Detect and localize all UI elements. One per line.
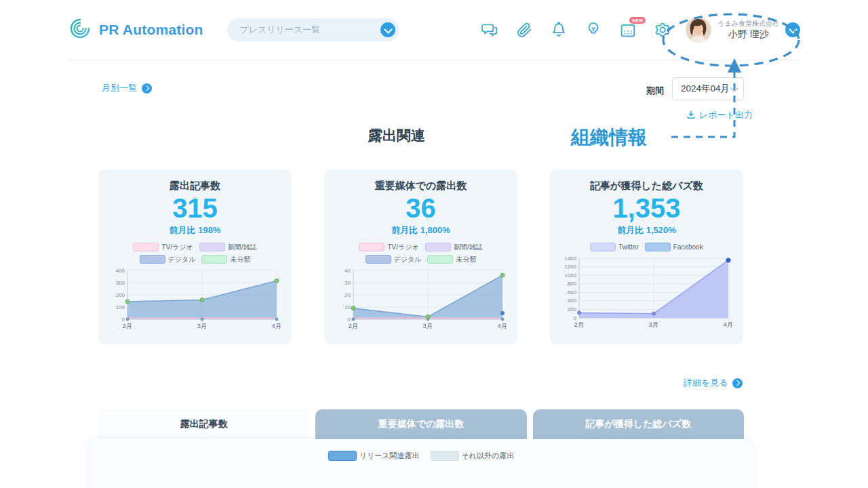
chevron-down-icon: [730, 84, 738, 92]
user-name: 小野 理沙: [728, 28, 769, 41]
svg-text:200: 200: [116, 291, 125, 298]
paperclip-icon[interactable]: [515, 20, 534, 39]
chevron-down-icon[interactable]: [785, 22, 800, 37]
monthly-list-link[interactable]: 月別一覧: [102, 82, 152, 94]
svg-text:600: 600: [568, 289, 577, 296]
svg-text:10: 10: [344, 304, 351, 310]
header-icon-bar: NEW: [480, 20, 672, 39]
card-legend: TV/ラジオ新聞/雑誌デジタル未分類: [330, 243, 512, 265]
legend-swatch: [425, 243, 451, 251]
card-mom: 前月比 1,800%: [391, 224, 450, 237]
kpi-cards: 露出記事数 315 前月比 198% TV/ラジオ新聞/雑誌デジタル未分類 01…: [98, 169, 743, 344]
legend-label: 新聞/雑誌: [454, 243, 483, 252]
svg-text:20: 20: [344, 291, 351, 298]
tab-exposure-articles[interactable]: 露出記事数: [98, 409, 309, 439]
page-nav-dropdown-value: プレスリリース一覧: [239, 24, 320, 36]
legend-label: 未分類: [456, 255, 476, 264]
dashboard-page: PR Automation プレスリリース一覧: [0, 0, 868, 488]
card-title: 露出記事数: [170, 180, 220, 192]
brand-spiral-icon: [68, 16, 92, 43]
legend-item: TV/ラジオ: [133, 243, 193, 252]
monthly-list-label: 月別一覧: [102, 82, 137, 94]
legend-swatch: [328, 451, 357, 461]
legend-item: 新聞/雑誌: [199, 243, 257, 252]
legend-item: デジタル: [140, 255, 196, 264]
svg-text:400: 400: [568, 298, 577, 304]
svg-text:100: 100: [116, 304, 125, 310]
card-legend: TwitterFacebook: [556, 243, 738, 253]
brand-name: PR Automation: [99, 22, 203, 38]
legend-label: Twitter: [618, 243, 638, 251]
legend-item: 新聞/雑誌: [425, 243, 483, 252]
legend-item: 未分類: [427, 255, 476, 264]
legend-swatch: [590, 243, 616, 251]
lightbulb-icon[interactable]: [584, 20, 603, 39]
period-select-value: 2024年04月: [681, 83, 730, 95]
legend-swatch: [645, 243, 671, 251]
svg-text:3月: 3月: [423, 322, 433, 329]
report-export-label: レポート出力: [699, 109, 753, 121]
details-link[interactable]: 詳細を見る: [684, 377, 743, 389]
legend-label: TV/ラジオ: [387, 243, 418, 252]
new-badge: NEW: [629, 17, 646, 24]
card-key-media: 重要媒体での露出数 36 前月比 1,800% TV/ラジオ新聞/雑誌デジタル未…: [324, 169, 517, 344]
user-menu[interactable]: うまみ食堂株式会社 小野 理沙: [686, 17, 800, 43]
calendar-icon[interactable]: NEW: [618, 20, 637, 39]
legend-label: 新聞/雑誌: [228, 243, 257, 252]
svg-text:4月: 4月: [724, 321, 732, 328]
chevron-right-icon: [142, 83, 152, 94]
tab-key-media[interactable]: 重要媒体での露出数: [315, 409, 526, 439]
legend-swatch: [201, 255, 227, 264]
chat-icon[interactable]: [480, 20, 499, 39]
legend-label: 未分類: [230, 255, 250, 264]
legend-item: デジタル: [366, 255, 422, 264]
svg-text:2月: 2月: [349, 322, 359, 329]
card-title: 記事が獲得した総バズ数: [590, 180, 703, 192]
gear-icon[interactable]: [653, 20, 672, 39]
svg-text:40: 40: [344, 267, 351, 273]
chevron-right-icon: [732, 378, 743, 388]
annotation-arrowhead: [728, 58, 741, 73]
legend-label: デジタル: [168, 255, 196, 264]
area-chart-total-buzz: 02004006008001000120014002月3月4月: [561, 255, 732, 331]
report-export-link[interactable]: レポート出力: [686, 109, 753, 121]
card-total-buzz: 記事が獲得した総バズ数 1,353 前月比 1,520% TwitterFace…: [550, 169, 743, 344]
user-company: うまみ食堂株式会社: [717, 20, 779, 28]
svg-text:300: 300: [116, 279, 125, 285]
legend-swatch: [133, 243, 159, 251]
user-info: うまみ食堂株式会社 小野 理沙: [717, 20, 779, 40]
legend-label: TV/ラジオ: [161, 243, 193, 252]
page-nav-dropdown[interactable]: プレスリリース一覧: [227, 18, 399, 41]
svg-text:4月: 4月: [498, 322, 507, 329]
svg-text:4月: 4月: [272, 322, 281, 329]
legend-swatch: [431, 451, 459, 461]
legend-label: それ以外の露出: [462, 451, 515, 461]
svg-text:1000: 1000: [564, 272, 576, 278]
download-icon: [686, 110, 696, 121]
legend-swatch: [140, 255, 165, 264]
chevron-down-icon[interactable]: [380, 22, 395, 37]
tab-total-buzz[interactable]: 記事が獲得した総バズ数: [533, 409, 744, 439]
legend-swatch: [366, 255, 391, 264]
bell-icon[interactable]: [549, 20, 568, 39]
legend-item: TV/ラジオ: [359, 243, 418, 252]
area-chart-key-media: 0102030402月3月4月: [335, 267, 507, 332]
legend-label: リリース関連露出: [359, 451, 420, 461]
card-mom: 前月比 1,520%: [617, 224, 676, 237]
annotation-label: 組織情報: [571, 125, 647, 150]
period-select[interactable]: 2024年04月: [672, 77, 744, 100]
svg-text:30: 30: [344, 279, 351, 285]
card-value: 1,353: [612, 193, 680, 224]
brand-logo[interactable]: PR Automation: [68, 16, 203, 43]
svg-text:200: 200: [568, 306, 577, 312]
svg-text:1200: 1200: [564, 264, 576, 270]
details-link-label: 詳細を見る: [684, 377, 728, 389]
svg-text:3月: 3月: [649, 321, 659, 328]
period-label: 期間: [646, 85, 664, 97]
legend-swatch: [427, 255, 453, 264]
avatar: [686, 17, 711, 43]
bottom-tabs: 露出記事数 重要媒体での露出数 記事が獲得した総バズ数: [98, 409, 744, 439]
svg-text:2月: 2月: [123, 322, 133, 329]
tab-panel: リリース関連露出それ以外の露出: [89, 439, 753, 488]
svg-text:800: 800: [568, 281, 577, 287]
